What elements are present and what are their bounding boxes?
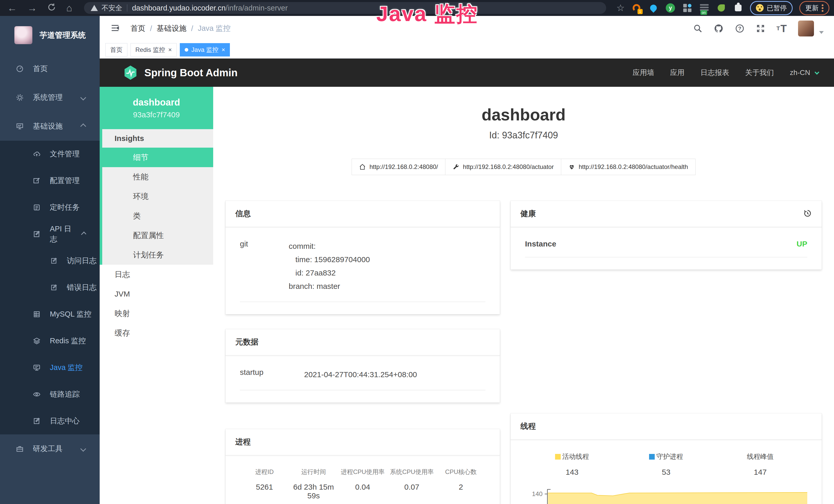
sba-brand[interactable]: Spring Boot Admin xyxy=(123,65,238,81)
extension-pin-icon[interactable] xyxy=(648,3,659,13)
sidebar-item-log-center[interactable]: 日志中心 xyxy=(0,408,100,434)
bookmark-star-icon[interactable]: ☆ xyxy=(616,3,625,13)
breadcrumb-separator: / xyxy=(150,24,152,33)
status-badge: UP xyxy=(796,239,807,248)
sba-menu-jvm[interactable]: JVM xyxy=(100,284,213,304)
avatar-caret-icon[interactable] xyxy=(819,31,824,34)
wrench-icon xyxy=(453,164,459,170)
sba-menu-scheduled[interactable]: 计划任务 xyxy=(102,245,213,265)
help-icon[interactable]: ? xyxy=(735,24,745,33)
instance-health-row: Instance UP xyxy=(525,239,807,257)
extension-badge: 1 xyxy=(637,9,643,14)
user-avatar[interactable] xyxy=(798,21,814,37)
close-icon[interactable]: × xyxy=(168,46,172,53)
sidebar-item-java-monitor[interactable]: Java 监控 xyxy=(0,354,100,381)
sba-logo-icon xyxy=(123,65,138,81)
extension-puzzle-icon[interactable] xyxy=(733,3,743,13)
font-size-icon[interactable]: TT xyxy=(776,23,787,35)
fullscreen-icon[interactable] xyxy=(756,24,765,33)
sba-nav-journal[interactable]: 日志报表 xyxy=(700,68,729,77)
sidebar-item-home[interactable]: 首页 xyxy=(0,54,100,83)
sba-nav-wall[interactable]: 应用墙 xyxy=(633,68,654,77)
url-path[interactable]: /infra/admin-server xyxy=(225,4,288,12)
sba-menu-details[interactable]: 细节 xyxy=(100,147,213,167)
log-icon xyxy=(50,257,58,265)
kebab-menu-icon[interactable] xyxy=(822,4,824,12)
sidebar-item-mysql-monitor[interactable]: MySQL 监控 xyxy=(0,301,100,328)
tab-redis-monitor[interactable]: Redis 监控 × xyxy=(130,43,177,56)
health-card-title: 健康 xyxy=(520,208,536,219)
sidebar-item-trace[interactable]: 链路追踪 xyxy=(0,381,100,408)
search-icon[interactable] xyxy=(693,24,702,33)
annotation-java-monitor: Java 监控 xyxy=(376,0,478,28)
sidebar-item-scheduled-job[interactable]: 定时任务 xyxy=(0,194,100,221)
sba-menu-classes[interactable]: 类 xyxy=(102,206,213,226)
sba-nav-about[interactable]: 关于我们 xyxy=(745,68,774,77)
extension-grid-icon[interactable] xyxy=(682,3,693,13)
tab-home[interactable]: 首页 xyxy=(105,43,127,56)
forward-icon[interactable]: → xyxy=(27,3,37,13)
edit-icon xyxy=(33,177,41,185)
extension-y-icon[interactable]: y xyxy=(665,3,676,13)
sidebar-item-file-manage[interactable]: 文件管理 xyxy=(0,141,100,167)
startup-value: 2021-04-27T00:44:31.254+08:00 xyxy=(304,368,485,381)
sba-menu-config-props[interactable]: 配置属性 xyxy=(102,226,213,245)
address-bar[interactable]: 不安全 dashboard.yudao.iocoder.cn /infra/ad… xyxy=(84,2,606,14)
sidebar-item-redis-monitor[interactable]: Redis 监控 xyxy=(0,328,100,354)
sba-nav-links: 应用墙 应用 日志报表 关于我们 zh-CN xyxy=(633,68,818,77)
actuator-link[interactable]: http://192.168.0.2:48080/actuator xyxy=(445,159,561,175)
history-icon[interactable] xyxy=(803,209,812,219)
sba-sidebar: dashboard 93a3fc7f7409 Insights 细节 性能 环境… xyxy=(100,87,213,504)
extension-ring-icon[interactable]: 1 xyxy=(631,3,642,13)
close-icon[interactable]: × xyxy=(221,46,225,53)
breadcrumb-infra[interactable]: 基础设施 xyxy=(157,23,186,33)
health-card: 健康 Instance UP xyxy=(511,201,822,270)
extension-leaf-icon[interactable] xyxy=(716,3,726,13)
sidebar-item-config-manage[interactable]: 配置管理 xyxy=(0,167,100,194)
chevron-down-icon xyxy=(814,70,819,74)
instance-links: http://192.168.0.2:48080/ http://192.168… xyxy=(213,159,834,175)
sba-nav-applications[interactable]: 应用 xyxy=(670,68,684,77)
back-icon[interactable]: ← xyxy=(7,3,17,13)
sidebar-item-access-log[interactable]: 访问日志 xyxy=(0,248,100,274)
monitor-icon xyxy=(16,122,24,130)
sba-menu-metrics[interactable]: 性能 xyxy=(102,167,213,187)
breadcrumb-separator: / xyxy=(191,24,193,33)
sba-menu-env[interactable]: 环境 xyxy=(102,187,213,206)
log-icon xyxy=(33,230,41,238)
sba-language-select[interactable]: zh-CN xyxy=(790,69,818,77)
tab-java-monitor[interactable]: Java 监控 × xyxy=(180,43,230,56)
app-brand[interactable]: 芋道管理系统 xyxy=(0,16,100,54)
header-action-icons: ? TT xyxy=(693,21,824,37)
sidebar-item-dev-tools[interactable]: 研发工具 xyxy=(0,434,100,463)
sidebar-item-infra[interactable]: 基础设施 xyxy=(0,112,100,141)
page-id: Id: 93a3fc7f7409 xyxy=(213,130,834,141)
url-host[interactable]: dashboard.yudao.iocoder.cn xyxy=(132,4,225,12)
sidebar-item-system[interactable]: 系统管理 xyxy=(0,83,100,112)
admin-sidebar: 芋道管理系统 首页 系统管理 基础设施 文件管理 配置管理 定时任务 API 日… xyxy=(0,16,100,504)
paused-badge[interactable]: 已暂停 xyxy=(750,1,793,15)
reload-icon[interactable] xyxy=(47,3,56,13)
browser-actions: ☆ 1 y on 已暂停 更新 xyxy=(616,1,829,15)
log-icon xyxy=(50,284,58,291)
sidebar-item-error-log[interactable]: 错误日志 xyxy=(0,274,100,301)
sidebar-item-api-log[interactable]: API 日志 xyxy=(0,221,100,248)
home-icon[interactable]: ⌂ xyxy=(66,3,72,13)
github-icon[interactable] xyxy=(714,24,724,33)
active-threads-swatch xyxy=(555,454,561,460)
security-label[interactable]: 不安全 xyxy=(102,3,122,13)
update-button[interactable]: 更新 xyxy=(799,1,829,15)
process-stats: 进程ID5261 运行时间6d 23h 15m 59s 进程CPU使用率0.04… xyxy=(240,468,485,500)
extension-switch-icon[interactable]: on xyxy=(699,3,709,13)
log-icon xyxy=(33,417,41,425)
sba-menu-mappings[interactable]: 映射 xyxy=(100,304,213,323)
instance-header[interactable]: dashboard 93a3fc7f7409 xyxy=(100,87,213,129)
daemon-threads-value: 53 xyxy=(619,468,713,477)
hamburger-icon[interactable] xyxy=(110,23,120,34)
health-link[interactable]: http://192.168.0.2:48080/actuator/health xyxy=(561,159,696,175)
instance-home-link[interactable]: http://192.168.0.2:48080/ xyxy=(352,159,445,175)
sba-menu-logfile[interactable]: 日志 xyxy=(100,265,213,284)
git-row: git commit: time: 1596289704000 id: 27aa… xyxy=(240,239,485,302)
breadcrumb-home[interactable]: 首页 xyxy=(130,23,146,33)
sba-menu-caches[interactable]: 缓存 xyxy=(100,323,213,343)
